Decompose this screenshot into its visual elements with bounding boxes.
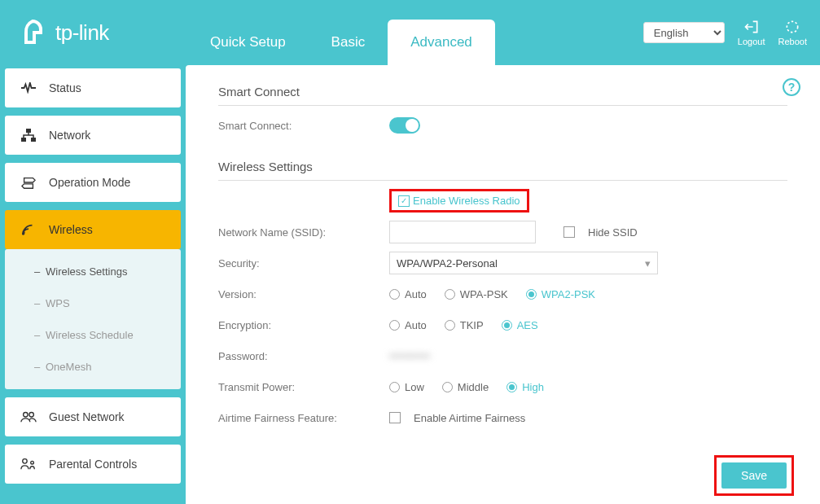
tab-quick-setup[interactable]: Quick Setup <box>187 20 309 65</box>
svg-rect-3 <box>31 138 36 142</box>
sidebar-item-wireless[interactable]: Wireless <box>5 210 181 249</box>
version-wpa2-radio[interactable]: WPA2-PSK <box>526 288 595 300</box>
sidebar-item-network[interactable]: Network <box>5 116 181 155</box>
security-value: WPA/WPA2-Personal <box>397 257 498 270</box>
sub-wireless-settings[interactable]: Wireless Settings <box>5 256 181 287</box>
sub-wireless-schedule[interactable]: Wireless Schedule <box>5 319 181 351</box>
sub-onemesh[interactable]: OneMesh <box>5 351 181 383</box>
sidebar-label-guest: Guest Network <box>49 410 125 423</box>
chevron-down-icon: ▾ <box>645 257 651 270</box>
encryption-label: Encryption: <box>218 319 389 331</box>
logout-icon <box>743 19 761 35</box>
svg-point-6 <box>29 413 33 417</box>
transmit-high-radio[interactable]: High <box>506 381 544 393</box>
reboot-icon <box>783 19 801 35</box>
svg-point-4 <box>22 233 24 235</box>
password-label: Password: <box>218 350 389 362</box>
security-label: Security: <box>218 257 389 270</box>
sidebar-item-status[interactable]: Status <box>5 68 181 107</box>
content-panel: ? Smart Connect Smart Connect: Wireless … <box>186 65 820 504</box>
airtime-checkbox[interactable] <box>389 412 401 423</box>
operation-icon <box>20 176 37 189</box>
password-value: ••••••••••• <box>389 350 430 362</box>
smart-connect-toggle[interactable] <box>389 117 420 134</box>
save-highlight: Save <box>714 455 794 496</box>
sidebar-label-wireless: Wireless <box>49 223 93 236</box>
logout-label: Logout <box>738 37 765 46</box>
sidebar-item-operation[interactable]: Operation Mode <box>5 163 181 202</box>
smart-connect-label: Smart Connect: <box>218 120 389 132</box>
svg-rect-1 <box>26 129 31 133</box>
encryption-auto-radio[interactable]: Auto <box>389 319 427 331</box>
status-icon <box>20 82 37 94</box>
sidebar-label-parental: Parental Controls <box>49 458 137 471</box>
security-select[interactable]: WPA/WPA2-Personal ▾ <box>389 252 658 274</box>
section-smart-connect: Smart Connect <box>218 85 787 106</box>
enable-radio-highlight: ✓ Enable Wireless Radio <box>389 189 529 213</box>
wireless-icon <box>20 223 37 236</box>
parental-icon <box>20 458 37 471</box>
version-wpa-radio[interactable]: WPA-PSK <box>445 288 508 300</box>
encryption-tkip-radio[interactable]: TKIP <box>445 319 484 331</box>
brand-text: tp-link <box>55 20 109 46</box>
version-label: Version: <box>218 288 389 300</box>
sub-wps[interactable]: WPS <box>5 287 181 319</box>
sidebar-item-guest[interactable]: Guest Network <box>5 397 181 436</box>
tplink-logo-icon <box>21 18 50 47</box>
svg-point-0 <box>787 21 798 32</box>
transmit-low-radio[interactable]: Low <box>389 381 424 393</box>
hide-ssid-label: Hide SSID <box>588 226 638 239</box>
transmit-middle-radio[interactable]: Middle <box>442 381 489 393</box>
help-icon[interactable]: ? <box>783 78 800 96</box>
svg-point-5 <box>24 413 28 417</box>
save-button[interactable]: Save <box>721 462 787 489</box>
sidebar-label-operation: Operation Mode <box>49 176 130 189</box>
section-wireless-settings: Wireless Settings <box>218 160 787 181</box>
top-right: English Logout Reboot <box>643 19 807 46</box>
logout-button[interactable]: Logout <box>738 19 765 46</box>
language-select[interactable]: English <box>643 22 725 43</box>
tab-advanced[interactable]: Advanced <box>388 20 495 65</box>
tab-basic[interactable]: Basic <box>309 20 388 65</box>
ssid-input[interactable] <box>389 221 536 243</box>
network-icon <box>20 129 37 142</box>
airtime-label: Airtime Fairness Feature: <box>218 412 389 424</box>
transmit-label: Transmit Power: <box>218 381 389 393</box>
encryption-aes-radio[interactable]: AES <box>502 319 538 331</box>
sidebar-item-parental[interactable]: Parental Controls <box>5 445 181 484</box>
svg-rect-2 <box>21 138 26 142</box>
main-area: Status Network Operation Mode Wireless W… <box>0 65 820 504</box>
enable-radio-checkbox[interactable]: ✓ <box>398 195 410 207</box>
guest-icon <box>20 410 37 423</box>
tabs: Quick Setup Basic Advanced <box>187 0 495 65</box>
sidebar-label-network: Network <box>49 129 90 142</box>
version-auto-radio[interactable]: Auto <box>389 288 427 300</box>
reboot-button[interactable]: Reboot <box>778 19 807 46</box>
sidebar: Status Network Operation Mode Wireless W… <box>0 65 186 504</box>
hide-ssid-checkbox[interactable] <box>563 226 575 238</box>
svg-point-8 <box>31 461 34 464</box>
reboot-label: Reboot <box>778 37 807 46</box>
svg-point-7 <box>23 459 27 463</box>
airtime-check-label: Enable Airtime Fairness <box>414 412 525 424</box>
top-bar: tp-link Quick Setup Basic Advanced Engli… <box>0 0 820 65</box>
logo: tp-link <box>13 18 187 47</box>
sidebar-label-status: Status <box>49 81 81 94</box>
ssid-label: Network Name (SSID): <box>218 226 389 239</box>
wireless-submenu: Wireless Settings WPS Wireless Schedule … <box>5 249 181 389</box>
enable-radio-label: Enable Wireless Radio <box>413 195 520 207</box>
